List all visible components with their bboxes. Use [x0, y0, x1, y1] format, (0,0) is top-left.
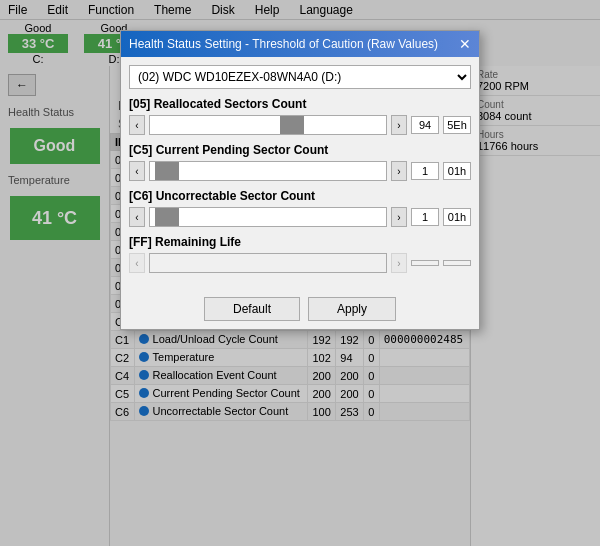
slider-section-C6: [C6] Uncorrectable Sector Count ‹ › 1 01…: [129, 189, 471, 227]
slider-left-C5[interactable]: ‹: [129, 161, 145, 181]
apply-button[interactable]: Apply: [308, 297, 396, 321]
slider-track-05[interactable]: [149, 115, 387, 135]
modal-close-button[interactable]: ✕: [459, 37, 471, 51]
slider-track-FF: [149, 253, 387, 273]
slider-val-C5: 1: [411, 162, 439, 180]
main-page: File Edit Function Theme Disk Help Langu…: [0, 0, 600, 546]
slider-hex-05: 5Eh: [443, 116, 471, 134]
modal-overlay: Health Status Setting - Threshold of Cau…: [0, 0, 600, 546]
slider-section-C5: [C5] Current Pending Sector Count ‹ › 1 …: [129, 143, 471, 181]
slider-thumb-C6[interactable]: [155, 208, 179, 226]
slider-hex-FF: [443, 260, 471, 266]
slider-right-C6[interactable]: ›: [391, 207, 407, 227]
slider-row-05: ‹ › 94 5Eh: [129, 115, 471, 135]
slider-row-FF: ‹ ›: [129, 253, 471, 273]
slider-row-C5: ‹ › 1 01h: [129, 161, 471, 181]
slider-hex-C5: 01h: [443, 162, 471, 180]
slider-section-05: [05] Reallocated Sectors Count ‹ › 94 5E…: [129, 97, 471, 135]
slider-row-C6: ‹ › 1 01h: [129, 207, 471, 227]
drive-select[interactable]: (02) WDC WD10EZEX-08WN4A0 (D:): [129, 65, 471, 89]
default-button[interactable]: Default: [204, 297, 300, 321]
modal-title-bar: Health Status Setting - Threshold of Cau…: [121, 31, 479, 57]
slider-right-05[interactable]: ›: [391, 115, 407, 135]
slider-left-05[interactable]: ‹: [129, 115, 145, 135]
slider-val-C6: 1: [411, 208, 439, 226]
section-C5-label: [C5] Current Pending Sector Count: [129, 143, 471, 157]
slider-right-C5[interactable]: ›: [391, 161, 407, 181]
slider-left-FF[interactable]: ‹: [129, 253, 145, 273]
modal-body: (02) WDC WD10EZEX-08WN4A0 (D:) [05] Real…: [121, 57, 479, 289]
slider-section-FF: [FF] Remaining Life ‹ ›: [129, 235, 471, 273]
slider-right-FF[interactable]: ›: [391, 253, 407, 273]
slider-track-C6[interactable]: [149, 207, 387, 227]
slider-track-C5[interactable]: [149, 161, 387, 181]
slider-val-FF: [411, 260, 439, 266]
slider-left-C6[interactable]: ‹: [129, 207, 145, 227]
slider-val-05: 94: [411, 116, 439, 134]
modal-dialog: Health Status Setting - Threshold of Cau…: [120, 30, 480, 330]
section-FF-label: [FF] Remaining Life: [129, 235, 471, 249]
modal-title-text: Health Status Setting - Threshold of Cau…: [129, 37, 438, 51]
slider-thumb-05[interactable]: [280, 116, 304, 134]
modal-buttons: Default Apply: [121, 289, 479, 329]
slider-thumb-C5[interactable]: [155, 162, 179, 180]
slider-hex-C6: 01h: [443, 208, 471, 226]
section-05-label: [05] Reallocated Sectors Count: [129, 97, 471, 111]
section-C6-label: [C6] Uncorrectable Sector Count: [129, 189, 471, 203]
